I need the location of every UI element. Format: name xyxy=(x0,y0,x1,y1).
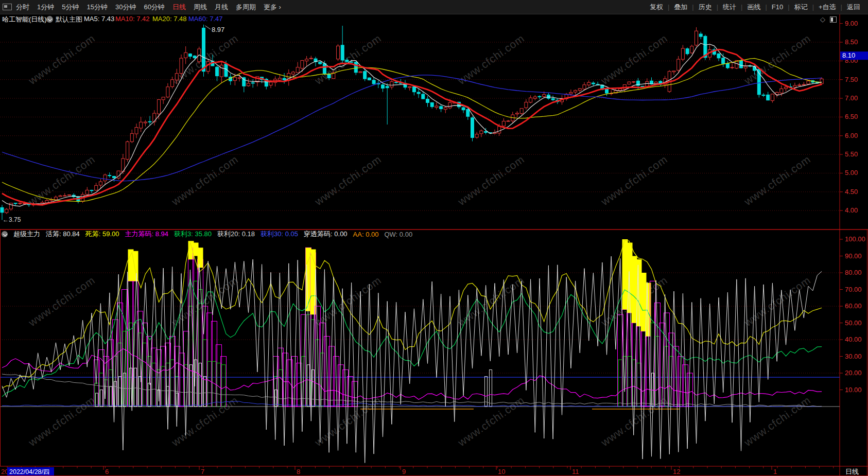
chart-header: 哈工智能(日线) 默认主图 MA5: 7.43MA10: 7.42MA20: 7… xyxy=(0,15,868,24)
chevron-down-circle-icon[interactable] xyxy=(46,16,53,23)
candle-body xyxy=(435,106,438,108)
price-axis-label: 4.50 xyxy=(845,188,858,196)
candle-body xyxy=(525,102,528,108)
candle-body xyxy=(188,54,192,57)
candle-body xyxy=(381,85,385,89)
candle-body xyxy=(45,200,48,203)
huochou-line xyxy=(2,256,822,463)
candle-body xyxy=(206,62,210,72)
toolbar-button-back[interactable]: 返回 xyxy=(842,3,865,12)
bar-green xyxy=(618,360,622,407)
period-tab-monthly[interactable]: 月线 xyxy=(215,3,228,12)
candle-body xyxy=(807,81,810,84)
diamond-icon[interactable]: ◇ xyxy=(820,15,825,23)
candle-body xyxy=(462,108,465,110)
toolbar-button-draw-line[interactable]: 画线 xyxy=(742,3,765,12)
candle-body xyxy=(309,58,313,59)
toolbar-button-f10[interactable]: F10 xyxy=(767,3,788,11)
toolbar-button-history[interactable]: 历史 xyxy=(694,3,717,12)
ma-value-ma10: MA10: 7.42 xyxy=(115,15,150,23)
candle-body xyxy=(238,78,241,78)
candle-body xyxy=(341,45,344,60)
period-tab-30min[interactable]: 30分钟 xyxy=(115,3,136,12)
candle-body xyxy=(283,78,286,80)
toolbar-button-mark[interactable]: 标记 xyxy=(790,3,812,12)
window-icon[interactable] xyxy=(3,4,12,10)
period-tab-60min[interactable]: 60分钟 xyxy=(144,3,164,12)
indicator-field-huoli20: 获利20: 0.18 xyxy=(217,230,255,239)
watermark-text: www.cfchi.com xyxy=(598,153,669,208)
bar-green xyxy=(212,361,216,407)
period-tab-5min[interactable]: 5分钟 xyxy=(62,3,79,12)
indicator-field-chuantou-chouma: 穿透筹码: 0.00 xyxy=(304,230,348,239)
candle-body xyxy=(153,113,156,122)
ma60-line xyxy=(2,75,822,181)
candle-body xyxy=(162,97,165,100)
indicator-series-layer xyxy=(2,240,822,463)
candle-body xyxy=(1,207,4,212)
price-axis-label: 8.50 xyxy=(845,38,858,46)
candle-body xyxy=(408,87,411,88)
candle-body xyxy=(448,102,452,108)
month-label: 8 xyxy=(297,468,300,475)
candle-body xyxy=(166,87,169,97)
candle-body xyxy=(412,87,415,92)
candle-body xyxy=(430,102,433,107)
candle-body xyxy=(498,127,501,133)
ma-value-ma20: MA20: 7.48 xyxy=(152,15,187,23)
stock-title[interactable]: 哈工智能(日线) xyxy=(2,15,47,24)
bar-white xyxy=(307,365,310,407)
candle-body xyxy=(390,82,393,87)
indicator-field-qw: QW: 0.00 xyxy=(384,231,412,238)
indicator-axis-label: 10.00 xyxy=(845,386,862,394)
chevron-down-circle-icon[interactable] xyxy=(2,231,8,237)
layout-label[interactable]: 默认主图 xyxy=(56,15,82,24)
watermark-text: www.cfchi.com xyxy=(741,394,812,449)
month-label: 10 xyxy=(498,468,505,475)
watermark-text: www.cfchi.com xyxy=(26,274,97,329)
indicator-axis-label: 30.00 xyxy=(845,352,862,360)
candle-body xyxy=(278,78,281,80)
candle-body xyxy=(444,108,447,110)
period-tab-multi-period[interactable]: 多周期 xyxy=(236,3,256,12)
price-axis-label: 6.00 xyxy=(845,132,858,139)
candle-body xyxy=(337,46,340,59)
candle-body xyxy=(90,190,93,191)
period-tab-weekly[interactable]: 周线 xyxy=(194,3,207,12)
candle-body xyxy=(323,63,326,74)
candle-body xyxy=(717,54,720,58)
candle-body xyxy=(130,133,133,142)
candle-body xyxy=(516,113,519,114)
candle-body xyxy=(359,72,362,73)
candle-body xyxy=(672,71,675,72)
month-label: 6 xyxy=(105,468,109,475)
candle-body xyxy=(171,80,174,87)
candle-body xyxy=(507,121,510,121)
indicator-axis-label: 20.00 xyxy=(845,369,862,377)
candle-body xyxy=(686,49,689,54)
period-tab-15min[interactable]: 15分钟 xyxy=(86,3,107,12)
candle-body xyxy=(641,86,644,86)
candle-body xyxy=(551,99,554,100)
toolbar-button-add-watchlist[interactable]: +自选 xyxy=(814,3,841,12)
bar-green xyxy=(152,363,156,407)
date-badge[interactable]: 2022/04/28/四 xyxy=(7,467,54,475)
toolbar-button-overlay[interactable]: 叠加 xyxy=(669,3,692,12)
app-window: www.cfchi.comwww.cfchi.comwww.cfchi.comw… xyxy=(0,0,868,476)
period-tab-more[interactable]: 更多 › xyxy=(264,3,281,12)
toolbar-button-adjust[interactable]: 复权 xyxy=(645,3,668,12)
bar-green xyxy=(170,360,175,407)
candle-body xyxy=(144,122,147,123)
watermark-text: www.cfchi.com xyxy=(26,153,97,208)
candle-body xyxy=(605,89,609,93)
watermark-text: www.cfchi.com xyxy=(26,32,97,87)
indicator-name[interactable]: 超级主力 xyxy=(13,230,40,239)
indicator-field-huoli30: 获利30: 0.05 xyxy=(261,230,298,239)
candle-body xyxy=(386,86,389,88)
toolbar-button-statistics[interactable]: 统计 xyxy=(718,3,741,12)
period-tab-daily[interactable]: 日线 xyxy=(172,3,186,12)
period-tab-time-share[interactable]: 分时 xyxy=(16,3,29,12)
candle-body xyxy=(354,62,357,73)
period-tab-1min[interactable]: 1分钟 xyxy=(37,3,54,12)
split-window-icon[interactable] xyxy=(830,16,837,23)
